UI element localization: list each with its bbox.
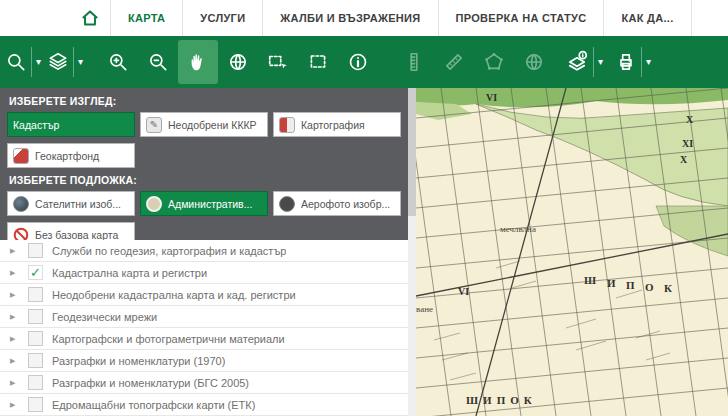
- basemap-button-label: Аерофото изобр...: [301, 198, 390, 210]
- top-nav: КАРТА УСЛУГИ ЖАЛБИ И ВЪЗРАЖЕНИЯ ПРОВЕРКА…: [0, 0, 728, 36]
- measure-area-button[interactable]: [474, 40, 514, 84]
- view-button-cadastre[interactable]: Кадастър: [7, 112, 135, 137]
- layer-checkbox[interactable]: ✓: [28, 265, 43, 280]
- zoom-in-icon: [107, 51, 129, 73]
- measure-distance-button[interactable]: [434, 40, 474, 84]
- layer-checkbox[interactable]: [28, 375, 43, 390]
- expand-arrow-icon[interactable]: ▶: [10, 291, 19, 299]
- view-button-cartography[interactable]: Картография: [273, 112, 401, 137]
- basemap-button-aerial[interactable]: Аерофото изобр...: [273, 191, 401, 216]
- world-tool-button[interactable]: [514, 40, 554, 84]
- layer-checkbox[interactable]: [28, 397, 43, 412]
- expand-arrow-icon[interactable]: ▶: [10, 379, 19, 387]
- view-button-label: Неодобрени КККР: [168, 119, 257, 131]
- scrollbar-thumb[interactable]: [408, 88, 416, 216]
- map-viewport[interactable]: VI X XI X мечлвлна Ш И П О К ване VI ШИП…: [416, 88, 728, 416]
- expand-arrow-icon[interactable]: ▶: [10, 269, 19, 277]
- administrative-map-icon: [146, 196, 162, 212]
- scale-ruler-icon: [403, 51, 425, 73]
- basemap-button-label: Без базова карта: [35, 229, 118, 241]
- chevron-down-icon: ▾: [598, 57, 603, 67]
- zoom-out-icon: [147, 51, 169, 73]
- layer-label: Разграфки и номенклатури (БГС 2005): [52, 377, 249, 389]
- layers-tool-dropdown[interactable]: ▾: [44, 40, 86, 84]
- legend-layers-info-icon: [565, 50, 589, 74]
- basemap-button-satellite[interactable]: Сателитни изоб...: [7, 191, 135, 216]
- nav-item-how-to[interactable]: КАК ДА...: [603, 0, 691, 36]
- nav-item-map[interactable]: КАРТА: [110, 0, 182, 36]
- layer-label: Неодобрени кадастрална карта и кад. реги…: [52, 289, 296, 301]
- panel-scrollbar[interactable]: [408, 88, 416, 416]
- nav-item-status-check[interactable]: ПРОВЕРКА НА СТАТУС: [438, 0, 604, 36]
- chevron-down-icon: ▾: [646, 57, 651, 67]
- layer-row[interactable]: ▶ Геодезически мрежи: [0, 306, 408, 328]
- expand-arrow-icon[interactable]: ▶: [10, 401, 19, 409]
- home-icon: [79, 7, 101, 29]
- basemap-button-label: Сателитни изоб...: [35, 198, 121, 210]
- aerial-photo-icon: [279, 196, 295, 212]
- printer-icon: [615, 51, 637, 73]
- layer-label: Разграфки и номенклатури (1970): [52, 355, 225, 367]
- layer-checkbox[interactable]: [28, 331, 43, 346]
- layer-label: Кадастрална карта и регистри: [52, 267, 207, 279]
- pencil-map-icon: ✎: [146, 117, 162, 133]
- map-options-panel: ИЗБЕРЕТЕ ИЗГЛЕД: Кадастър ✎ Неодобрени К…: [0, 88, 408, 240]
- divider: [641, 47, 642, 77]
- layer-checkbox[interactable]: [28, 287, 43, 302]
- layer-checkbox[interactable]: [28, 353, 43, 368]
- zoom-in-button[interactable]: [98, 40, 138, 84]
- layer-row[interactable]: ▶ ✓ Кадастрална карта и регистри: [0, 262, 408, 284]
- geofund-icon: [13, 148, 29, 164]
- basemap-button-label: Административ...: [168, 198, 252, 210]
- basemap-section-label: ИЗБЕРЕТЕ ПОДЛОЖКА:: [9, 174, 401, 186]
- layer-row[interactable]: ▶ Неодобрени кадастрална карта и кад. ре…: [0, 284, 408, 306]
- identify-button[interactable]: [338, 40, 378, 84]
- scalebar-tool-button[interactable]: [394, 40, 434, 84]
- zoom-out-button[interactable]: [138, 40, 178, 84]
- layer-checkbox[interactable]: [28, 309, 43, 324]
- search-tool-dropdown[interactable]: ▾: [2, 40, 44, 84]
- checkmark-icon: ✓: [30, 266, 41, 279]
- view-button-label: Геокартфонд: [35, 150, 99, 162]
- layer-row[interactable]: ▶ Едромащабни топографски карти (ЕТК): [0, 394, 408, 416]
- layer-row[interactable]: ▶ Картографски и фотограметрични материа…: [0, 328, 408, 350]
- box-zoom-button[interactable]: [258, 40, 298, 84]
- layer-label: Геодезически мрежи: [52, 311, 157, 323]
- view-button-label: Картография: [301, 119, 365, 131]
- layer-checkbox[interactable]: [28, 243, 43, 258]
- layer-row[interactable]: ▶ Разграфки и номенклатури (БГС 2005): [0, 372, 408, 394]
- expand-arrow-icon[interactable]: ▶: [10, 335, 19, 343]
- pan-button[interactable]: [178, 40, 218, 84]
- expand-arrow-icon[interactable]: ▶: [10, 357, 19, 365]
- hand-pan-icon: [187, 51, 209, 73]
- search-icon: [5, 51, 27, 73]
- print-dropdown[interactable]: ▾: [612, 40, 654, 84]
- full-extent-button[interactable]: [218, 40, 258, 84]
- layers-icon: [47, 51, 69, 73]
- globe-icon: [227, 51, 249, 73]
- divider: [31, 47, 32, 77]
- extent-select-button[interactable]: [298, 40, 338, 84]
- layer-label: Картографски и фотограметрични материали: [52, 333, 285, 345]
- polygon-icon: [483, 51, 505, 73]
- expand-arrow-icon[interactable]: ▶: [10, 247, 19, 255]
- cartography-icon: [279, 117, 295, 133]
- nav-item-complaints[interactable]: ЖАЛБИ И ВЪЗРАЖЕНИЯ: [262, 0, 437, 36]
- view-section-label: ИЗБЕРЕТЕ ИЗГЛЕД:: [9, 95, 401, 107]
- box-select-icon: [267, 51, 289, 73]
- map-toolbar: ▾ ▾: [0, 36, 728, 88]
- basemap-button-administrative[interactable]: Административ...: [140, 191, 268, 216]
- divider: [73, 47, 74, 77]
- layer-row[interactable]: ▶ Служби по геодезия, картография и када…: [0, 240, 408, 262]
- dashed-extent-icon: [307, 51, 329, 73]
- expand-arrow-icon[interactable]: ▶: [10, 313, 19, 321]
- ruler-icon: [443, 51, 465, 73]
- legend-dropdown[interactable]: ▾: [562, 40, 606, 84]
- chevron-down-icon: ▾: [36, 57, 41, 67]
- view-button-unapproved-kkkr[interactable]: ✎ Неодобрени КККР: [140, 112, 268, 137]
- chevron-down-icon: ▾: [78, 57, 83, 67]
- home-button[interactable]: [70, 0, 110, 36]
- nav-item-services[interactable]: УСЛУГИ: [182, 0, 262, 36]
- layer-row[interactable]: ▶ Разграфки и номенклатури (1970): [0, 350, 408, 372]
- view-button-geofund[interactable]: Геокартфонд: [7, 143, 135, 168]
